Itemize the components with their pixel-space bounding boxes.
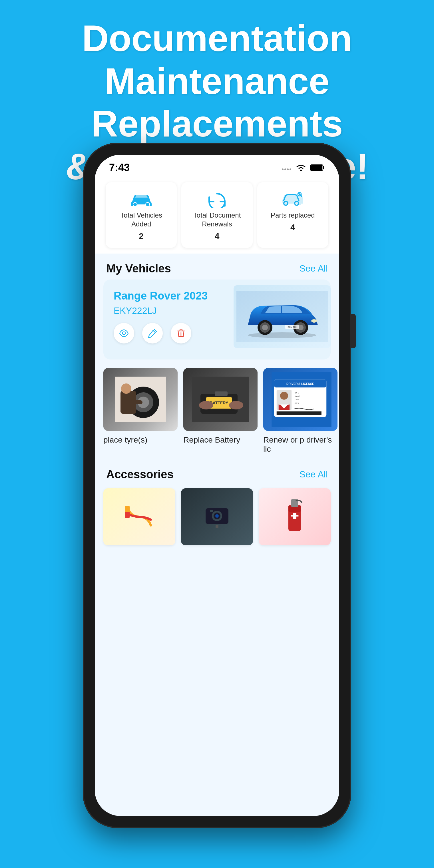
accessory-card-3[interactable] [259,488,331,545]
svg-point-21 [311,319,317,323]
service-item-license[interactable]: DRIVER'S LICENSE ID: 2 NAM DOB [263,368,338,454]
svg-point-47 [280,392,288,400]
bottom-area [95,548,339,605]
svg-text:ID: 2: ID: 2 [294,392,300,394]
tyre-thumbnail [103,368,178,431]
car-icon [130,191,153,208]
service-item-tyre[interactable]: place tyre(s) [103,368,178,454]
trash-icon [176,328,186,338]
service-label-license: Renew or p driver's lic [263,435,332,454]
tire-image [103,368,178,431]
service-label-battery: Replace Battery [183,435,240,444]
svg-rect-37 [220,392,227,396]
refresh-icon [206,191,228,208]
status-icons [282,163,325,172]
svg-point-2 [287,168,289,170]
svg-point-1 [284,168,286,170]
stats-row: Total Vehicles Added 2 Total Document Re… [95,177,339,253]
edit-icon [147,328,158,338]
accessories-see-all[interactable]: See All [299,469,328,480]
stat-value-parts: 4 [290,222,295,232]
my-vehicles-title: My Vehicles [106,262,171,275]
license-thumbnail: DRIVER'S LICENSE ID: 2 NAM DOB [263,368,338,431]
car-wrench-icon [281,191,304,208]
accessories-row [95,486,339,548]
my-vehicles-see-all[interactable]: See All [299,263,328,274]
svg-point-3 [289,168,291,170]
vehicle-image: EKY 222 [234,285,331,348]
phone-screen: 7:43 [95,155,339,816]
svg-text:DOB: DOB [294,399,300,401]
battery-image: BATTERY [183,368,257,431]
svg-point-0 [282,168,283,170]
delete-vehicle-button[interactable] [171,323,191,343]
stat-value-vehicles: 2 [139,231,144,241]
hero-line3: Replacements [91,103,343,145]
status-bar: 7:43 [95,155,339,177]
service-items-row: place tyre(s) BATTERY [95,365,339,459]
extinguisher-icon [280,497,309,537]
svg-point-40 [199,401,213,409]
stat-label-parts: Parts replaced [271,211,315,220]
wifi-icon [295,163,307,172]
svg-rect-60 [216,525,218,528]
svg-point-8 [133,203,137,207]
svg-rect-7 [311,165,322,170]
stat-card-renewals: Total Document Renewals 4 [181,182,252,248]
svg-point-33 [121,383,131,394]
service-item-battery[interactable]: BATTERY Replace Battery [183,368,257,454]
stat-label-renewals: Total Document Renewals [187,211,247,228]
edit-vehicle-button[interactable] [142,323,163,343]
cables-icon [122,500,156,534]
accessory-card-1[interactable] [103,488,175,545]
svg-point-4 [300,169,302,171]
svg-rect-65 [293,513,297,519]
battery-thumbnail: BATTERY [183,368,257,431]
accessories-title: Accessories [106,468,174,481]
stat-card-vehicles: Total Vehicles Added 2 [106,182,177,248]
dashcam-icon [200,502,234,531]
stat-card-parts: Parts replaced 4 [257,182,328,248]
vehicle-card: Range Rover 2023 EKY222LJ [103,280,331,360]
side-button [351,314,356,348]
stat-label-vehicles: Total Vehicles Added [111,211,171,228]
eye-icon [119,328,129,338]
accessories-header: Accessories See All [95,459,339,486]
svg-point-24 [248,332,316,338]
stat-value-renewals: 4 [215,231,220,241]
view-vehicle-button[interactable] [114,323,134,343]
svg-point-58 [215,514,219,518]
svg-text:NAM: NAM [294,395,300,398]
battery-icon [310,164,325,172]
svg-text:EKY 222: EKY 222 [287,326,297,328]
svg-text:SEX: SEX [294,402,299,405]
my-vehicles-header: My Vehicles See All [95,253,339,280]
signal-icon [282,165,292,170]
svg-point-41 [229,401,243,409]
hero-line2: Maintenance [104,60,329,102]
svg-point-9 [146,203,150,207]
status-time: 7:43 [109,162,130,174]
phone-device: 7:43 [83,143,351,828]
svg-rect-59 [210,510,213,512]
svg-rect-54 [125,512,130,518]
svg-text:DRIVER'S LICENSE: DRIVER'S LICENSE [286,382,314,386]
svg-point-17 [262,324,268,330]
svg-rect-6 [323,166,324,169]
service-label-tyre: place tyre(s) [103,435,147,444]
svg-rect-52 [277,411,321,415]
accessory-card-2[interactable] [181,488,253,545]
hero-line1: Documentation [82,18,352,59]
svg-rect-53 [125,506,130,512]
svg-point-25 [123,332,125,335]
license-image: DRIVER'S LICENSE ID: 2 NAM DOB [263,368,338,431]
